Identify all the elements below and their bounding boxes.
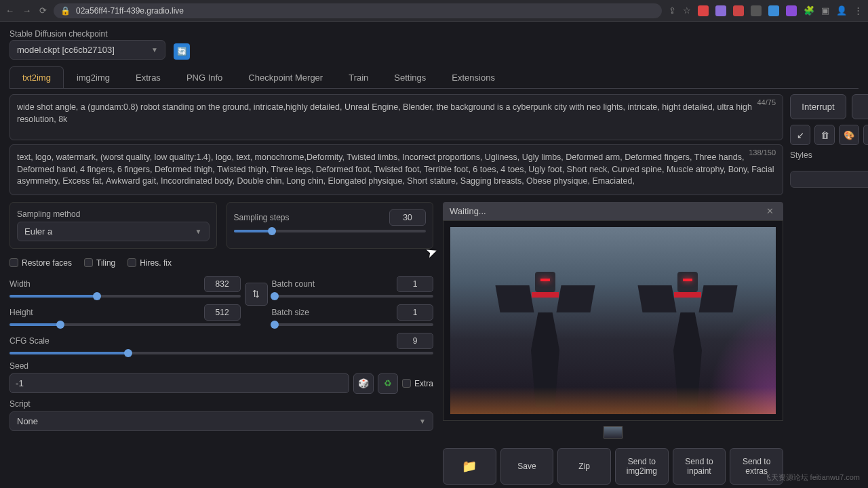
width-label: Width xyxy=(9,279,31,289)
tab-pnginfo[interactable]: PNG Info xyxy=(174,66,235,88)
sampling-steps-label: Sampling steps xyxy=(234,213,290,222)
negative-text: text, logo, watermark, (worst quality, l… xyxy=(17,152,774,186)
back-icon[interactable]: ← xyxy=(5,5,14,16)
watermark-text: 飞天资源论坛 feitianwu7.com xyxy=(764,472,860,483)
extensions-icon[interactable]: 🧩 xyxy=(804,5,814,16)
seed-input[interactable] xyxy=(9,373,349,393)
share-icon[interactable]: ⇪ xyxy=(669,5,676,16)
extra-seed-checkbox[interactable]: Extra xyxy=(402,379,433,388)
seed-label: Seed xyxy=(9,361,433,371)
restore-faces-checkbox[interactable]: Restore faces xyxy=(9,258,72,268)
profile-icon[interactable]: 👤 xyxy=(836,5,847,16)
script-label: Script xyxy=(9,399,433,409)
cfg-slider[interactable] xyxy=(9,352,433,354)
width-slider[interactable] xyxy=(9,295,241,298)
script-value: None xyxy=(17,416,38,426)
sampling-method-value: Euler a xyxy=(24,226,52,237)
arrow-icon-button[interactable]: ↙ xyxy=(790,125,810,145)
output-image-area xyxy=(443,220,783,421)
batch-size-label: Batch size xyxy=(272,308,309,317)
chevron-down-icon: ▼ xyxy=(151,46,158,54)
batch-size-input[interactable] xyxy=(397,304,433,321)
refresh-checkpoint-button[interactable]: 🔄 xyxy=(174,43,190,60)
trash-icon-button[interactable]: 🗑 xyxy=(814,125,835,145)
reuse-seed-button[interactable]: ♻ xyxy=(378,373,398,394)
hires-fix-checkbox[interactable]: Hires. fix xyxy=(127,258,172,268)
ext-icon-6[interactable] xyxy=(786,5,797,16)
main-tabs: txt2img img2img Extras PNG Info Checkpoi… xyxy=(9,66,859,89)
batch-count-slider[interactable] xyxy=(272,295,433,298)
tab-extensions[interactable]: Extensions xyxy=(439,66,508,88)
forward-icon[interactable]: → xyxy=(22,5,31,16)
send-inpaint-button[interactable]: Send to inpaint xyxy=(673,448,726,485)
sampling-method-label: Sampling method xyxy=(17,209,210,219)
interrupt-button[interactable]: Interrupt xyxy=(790,94,846,119)
ext-icon-2[interactable] xyxy=(715,5,726,16)
ext-icon-1[interactable] xyxy=(698,5,709,16)
browser-toolbar: ⇪ ☆ 🧩 ▣ 👤 ⋮ xyxy=(669,5,863,16)
checkpoint-select[interactable]: model.ckpt [cc6cb27103] ▼ xyxy=(9,40,165,60)
height-input[interactable] xyxy=(204,304,241,321)
width-input[interactable] xyxy=(204,276,241,292)
reload-icon[interactable]: ⟳ xyxy=(39,5,47,16)
tab-extras[interactable]: Extras xyxy=(123,66,174,88)
tab-checkpoint-merger[interactable]: Checkpoint Merger xyxy=(235,66,336,88)
generated-image[interactable] xyxy=(450,227,776,414)
height-slider[interactable] xyxy=(9,323,241,326)
tab-icon[interactable]: ▣ xyxy=(821,5,829,16)
batch-count-input[interactable] xyxy=(397,276,433,292)
url-bar[interactable]: 🔒 02a56ff4-71ff-439e.gradio.live xyxy=(54,3,662,18)
tab-train[interactable]: Train xyxy=(336,66,381,88)
random-seed-button[interactable]: 🎲 xyxy=(353,373,374,394)
clipboard-icon-button[interactable]: 📋 xyxy=(863,125,868,145)
negative-prompt-input[interactable]: 138/150 text, logo, watermark, (worst qu… xyxy=(9,144,783,195)
folder-icon: 📁 xyxy=(462,459,477,474)
height-label: Height xyxy=(9,308,33,317)
ext-icon-4[interactable] xyxy=(751,5,762,16)
zip-button[interactable]: Zip xyxy=(557,448,611,485)
tab-settings[interactable]: Settings xyxy=(381,66,439,88)
ext-icon-5[interactable] xyxy=(768,5,779,16)
chevron-down-icon: ▼ xyxy=(195,228,202,235)
sampling-steps-input[interactable] xyxy=(389,209,426,226)
checkpoint-value: model.ckpt [cc6cb27103] xyxy=(17,45,115,55)
tiling-checkbox[interactable]: Tiling xyxy=(84,258,115,268)
cfg-input[interactable] xyxy=(397,333,433,349)
tab-img2img[interactable]: img2img xyxy=(64,66,123,88)
prompt-input[interactable]: 44/75 wide shot angle, a (gundam:0.8) ro… xyxy=(9,94,783,140)
styles-label: Styles xyxy=(790,150,868,160)
sampling-method-select[interactable]: Euler a ▼ xyxy=(17,222,210,241)
tab-txt2img[interactable]: txt2img xyxy=(9,66,64,88)
save-button[interactable]: Save xyxy=(500,448,554,485)
output-status: Waiting... xyxy=(450,206,486,216)
styles-select[interactable]: ▼ xyxy=(790,171,868,188)
batch-size-slider[interactable] xyxy=(272,323,433,326)
menu-icon[interactable]: ⋮ xyxy=(854,5,863,16)
negative-counter: 138/150 xyxy=(749,148,776,158)
close-icon[interactable]: ✕ xyxy=(764,206,776,216)
swap-dimensions-button[interactable]: ⇅ xyxy=(245,283,268,306)
ext-icon-3[interactable] xyxy=(733,5,744,16)
skip-button[interactable]: Skip xyxy=(852,94,868,119)
prompt-text: wide shot angle, a (gundam:0.8) robot st… xyxy=(17,102,752,124)
checkpoint-label: Stable Diffusion checkpoint xyxy=(9,29,108,39)
output-thumbnail[interactable] xyxy=(604,426,623,439)
lock-icon: 🔒 xyxy=(60,6,71,16)
browser-chrome: ← → ⟳ 🔒 02a56ff4-71ff-439e.gradio.live ⇪… xyxy=(0,0,868,22)
sampling-steps-slider[interactable] xyxy=(234,230,427,232)
open-folder-button[interactable]: 📁 xyxy=(443,448,496,485)
chevron-down-icon: ▼ xyxy=(419,418,426,425)
batch-count-label: Batch count xyxy=(272,279,315,289)
art-icon-button[interactable]: 🎨 xyxy=(839,125,859,145)
cfg-label: CFG Scale xyxy=(9,336,50,346)
star-icon[interactable]: ☆ xyxy=(683,5,691,16)
script-select[interactable]: None ▼ xyxy=(9,411,433,431)
prompt-counter: 44/75 xyxy=(757,98,776,108)
url-text: 02a56ff4-71ff-439e.gradio.live xyxy=(76,6,184,16)
send-img2img-button[interactable]: Send to img2img xyxy=(615,448,669,485)
